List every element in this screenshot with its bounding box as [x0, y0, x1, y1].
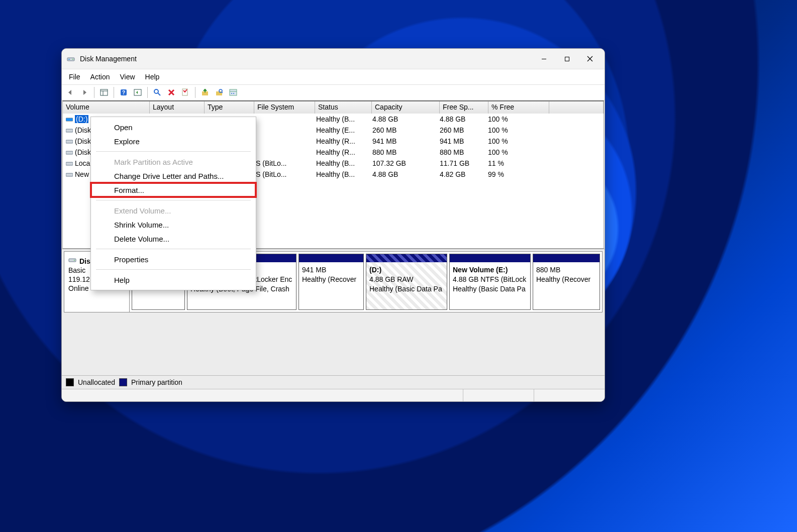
partition-block-selected[interactable]: (D:) 4.88 GB RAW Healthy (Basic Data Pa	[366, 254, 447, 310]
rescan-button[interactable]	[151, 86, 164, 99]
toolbar-separator	[114, 87, 114, 98]
partition-status: Healthy (Recover	[536, 275, 596, 284]
menu-bar: File Action View Help	[62, 69, 605, 85]
partition-block[interactable]: 941 MB Healthy (Recover	[298, 254, 364, 310]
titlebar: Disk Management	[62, 49, 605, 69]
volume-capacity: 4.88 GB	[369, 170, 437, 178]
disk-management-icon	[67, 55, 75, 63]
context-menu-format[interactable]: Format...	[91, 183, 256, 197]
desktop-background: Disk Management File Action View Help ?	[0, 0, 797, 532]
toolbar-separator	[94, 87, 94, 98]
partition-stripe	[299, 254, 363, 262]
toolbar: ?	[62, 85, 605, 100]
show-hide-tree-button[interactable]	[97, 86, 111, 99]
volume-status: Healthy (B...	[313, 115, 369, 123]
col-filesystem[interactable]: File System	[254, 101, 315, 114]
partition-size: 880 MB	[536, 265, 596, 275]
drive-icon	[66, 160, 73, 166]
volume-pct: 100 %	[485, 126, 545, 134]
drive-icon	[66, 171, 73, 177]
partition-block[interactable]: New Volume (E:) 4.88 GB NTFS (BitLock He…	[449, 254, 531, 310]
partition-stripe	[533, 254, 600, 262]
partition-status: Healthy (Basic Data Pa	[453, 284, 527, 294]
toolbar-separator	[147, 87, 148, 98]
context-menu-separator	[96, 249, 251, 249]
help-button[interactable]: ?	[117, 86, 130, 99]
svg-point-13	[154, 89, 158, 93]
minimize-button[interactable]	[532, 49, 555, 69]
status-cell	[62, 389, 463, 401]
volume-name: (D:)	[75, 115, 88, 123]
drive-icon	[66, 138, 73, 144]
col-status[interactable]: Status	[315, 101, 372, 114]
context-menu-delete-volume[interactable]: Delete Volume...	[91, 232, 256, 246]
svg-rect-29	[66, 151, 73, 154]
close-button[interactable]	[578, 49, 602, 69]
context-menu-open[interactable]: Open	[91, 120, 256, 134]
action2-button[interactable]	[213, 86, 226, 99]
context-menu-separator	[96, 151, 251, 152]
toolbar-separator	[195, 87, 195, 98]
context-menu-change-drive-letter-and-paths[interactable]: Change Drive Letter and Paths...	[91, 169, 256, 183]
volume-name: (Disk	[75, 126, 91, 134]
menu-file[interactable]: File	[64, 71, 85, 83]
menu-action[interactable]: Action	[85, 71, 115, 83]
svg-point-33	[74, 260, 75, 261]
partition-size: 4.88 GB RAW	[369, 275, 444, 284]
legend-label-unallocated: Unallocated	[78, 378, 115, 386]
col-capacity[interactable]: Capacity	[372, 101, 440, 114]
legend-bar: Unallocated Primary partition	[62, 375, 605, 389]
partition-name: (D:)	[369, 265, 444, 275]
menu-view[interactable]: View	[115, 71, 140, 83]
maximize-button[interactable]	[555, 49, 578, 69]
svg-rect-7	[101, 89, 108, 95]
forward-button[interactable]	[78, 86, 91, 99]
volume-pct: 99 %	[485, 170, 545, 178]
volume-status: Healthy (R...	[313, 137, 369, 145]
context-menu-explore[interactable]: Explore	[91, 134, 256, 148]
partition-status: Healthy (Basic Data Pa	[369, 284, 444, 294]
context-menu-shrink-volume[interactable]: Shrink Volume...	[91, 218, 256, 232]
menu-help[interactable]: Help	[140, 71, 165, 83]
svg-rect-27	[66, 129, 73, 132]
volume-status: Healthy (E...	[313, 126, 369, 134]
legend-swatch-primary	[119, 378, 127, 386]
refresh-button[interactable]	[131, 86, 144, 99]
svg-point-25	[233, 93, 234, 94]
col-freespace[interactable]: Free Sp...	[440, 101, 488, 114]
svg-text:?: ?	[122, 90, 125, 95]
context-menu-separator	[96, 269, 251, 270]
volume-name: (Disk	[75, 148, 91, 156]
volume-name: Loca	[75, 159, 90, 167]
action1-button[interactable]	[198, 86, 212, 99]
col-spacer	[549, 101, 604, 114]
col-volume[interactable]: Volume	[63, 101, 150, 114]
svg-point-2	[72, 59, 73, 60]
partition-block[interactable]: 880 MB Healthy (Recover	[533, 254, 600, 310]
drive-icon	[66, 149, 73, 155]
disk-icon	[68, 257, 76, 265]
volume-capacity: 941 MB	[369, 137, 437, 145]
context-menu-separator	[96, 200, 251, 200]
svg-rect-31	[66, 173, 73, 176]
context-menu-extend-volume: Extend Volume...	[91, 203, 256, 218]
back-button[interactable]	[64, 86, 77, 99]
volume-status: Healthy (B...	[313, 159, 369, 167]
svg-rect-28	[66, 140, 73, 143]
volume-free: 260 MB	[437, 126, 485, 134]
volume-pct: 11 %	[485, 159, 545, 167]
volume-fs: S (BitLo...	[253, 170, 313, 178]
legend-swatch-unallocated	[66, 378, 74, 386]
svg-rect-30	[66, 162, 73, 165]
svg-line-14	[158, 93, 160, 95]
col-layout[interactable]: Layout	[150, 101, 205, 114]
volume-capacity: 880 MB	[369, 148, 437, 156]
delete-button[interactable]	[165, 86, 178, 99]
properties-button[interactable]	[179, 86, 192, 99]
context-menu-help[interactable]: Help	[91, 273, 256, 287]
settings-button[interactable]	[227, 86, 240, 99]
col-pctfree[interactable]: % Free	[488, 101, 549, 114]
drive-icon	[66, 127, 73, 133]
col-type[interactable]: Type	[205, 101, 254, 114]
context-menu-properties[interactable]: Properties	[91, 252, 256, 266]
